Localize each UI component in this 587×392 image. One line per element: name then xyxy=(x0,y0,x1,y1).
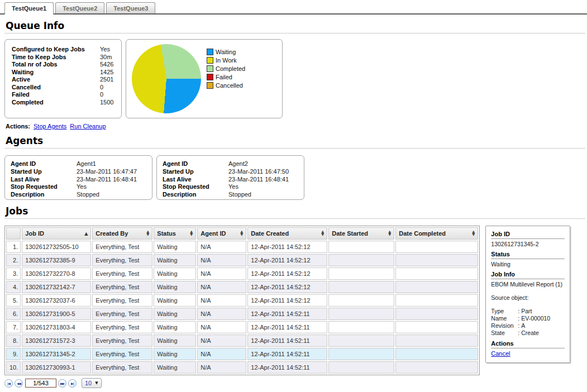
cell-date-completed xyxy=(395,294,478,307)
page-input[interactable] xyxy=(25,379,56,388)
cell-status: Waiting xyxy=(154,334,196,347)
table-row[interactable]: 10.1302612730993-1Everything, TestWaitin… xyxy=(6,361,478,374)
first-page-button[interactable]: |◀ xyxy=(4,379,13,388)
last-page-button[interactable]: ▶| xyxy=(68,379,77,388)
cell-status: Waiting xyxy=(154,241,196,253)
stat-label: Completed xyxy=(12,99,100,107)
run-cleanup-link[interactable]: Run Cleanup xyxy=(70,123,106,130)
legend-label: In Work xyxy=(216,57,237,64)
legend-swatch-icon xyxy=(207,49,213,55)
queue-stats-box: Configured to Keep JobsYesTime to Keep J… xyxy=(4,39,122,118)
agent-row: DescriptionStopped xyxy=(11,191,146,199)
table-row[interactable]: 5.1302612732037-6Everything, TestWaiting… xyxy=(6,294,478,307)
cell-agent-id: N/A xyxy=(197,334,246,347)
agent-card: Agent IDAgent1Started Up23-Mar-2011 16:4… xyxy=(4,155,152,200)
queue-stats: Configured to Keep JobsYesTime to Keep J… xyxy=(12,46,117,106)
cell-job-id: 1302612732037-6 xyxy=(22,294,91,307)
page-size-select[interactable]: 10 ▼ xyxy=(82,378,102,388)
cell-date-created: 12-Apr-2011 14:52:12 xyxy=(247,241,327,253)
cancel-job-link[interactable]: Cancel xyxy=(491,350,510,357)
queue-info-heading: Queue Info xyxy=(6,20,587,31)
column-header-date-completed[interactable]: Date Completed▲▼ xyxy=(395,227,478,240)
cell-status: Waiting xyxy=(154,308,196,320)
cell-row-number: 4. xyxy=(6,281,21,293)
property-value: EV-000010 xyxy=(521,315,550,322)
stat-value: 1500 xyxy=(100,99,113,107)
cell-row-number: 9. xyxy=(6,348,21,360)
table-row[interactable]: 1.1302612732505-10Everything, TestWaitin… xyxy=(6,241,478,253)
cell-job-id: 1302612731803-4 xyxy=(22,321,91,333)
cell-created-by: Everything, Test xyxy=(92,254,152,266)
column-header-job-id[interactable]: Job ID▲ xyxy=(22,227,91,240)
divider xyxy=(4,148,585,149)
stat-label: Total nr of Jobs xyxy=(12,61,100,69)
sort-down-icon: ▼ xyxy=(388,233,391,237)
table-row[interactable]: 3.1302612732270-8Everything, TestWaiting… xyxy=(6,267,478,280)
agent-row: Started Up23-Mar-2011 16:47:47 xyxy=(11,168,146,176)
column-header-date-started[interactable]: Date Started▲▼ xyxy=(328,227,394,240)
property-label: Revision xyxy=(491,322,518,329)
table-row[interactable]: 4.1302612732142-7Everything, TestWaiting… xyxy=(6,281,478,293)
column-header-status[interactable]: Status▲▼ xyxy=(154,227,196,240)
tab-testqueue1[interactable]: TestQueue1 xyxy=(4,2,54,15)
cell-created-by: Everything, Test xyxy=(92,241,152,253)
stat-value: Yes xyxy=(100,46,110,54)
queue-actions-links: Stop AgentsRun Cleanup xyxy=(30,123,106,130)
column-header-agent-id[interactable]: Agent ID▲▼ xyxy=(197,227,246,240)
divider xyxy=(491,238,565,239)
cell-date-created: 12-Apr-2011 14:52:11 xyxy=(247,321,327,333)
pie-legend: WaitingIn WorkCompletedFailedCancelled xyxy=(207,47,245,89)
spacer xyxy=(491,289,565,294)
cell-job-id: 1302612731572-3 xyxy=(22,334,91,347)
cell-agent-id: N/A xyxy=(197,281,246,293)
column-header-date-created[interactable]: Date Created▲▼ xyxy=(247,227,327,240)
cell-date-completed xyxy=(395,348,478,360)
stat-value: 0 xyxy=(100,84,103,92)
agent-field-value: Stopped xyxy=(228,191,251,199)
column-label: Created By xyxy=(96,230,128,237)
stop-agents-link[interactable]: Stop Agents xyxy=(34,123,66,130)
column-header-created-by[interactable]: Created By▲▼ xyxy=(92,227,152,240)
next-page-button[interactable]: ▶▶ xyxy=(58,379,66,388)
legend-item: Waiting xyxy=(207,47,245,56)
queue-info-row: Configured to Keep JobsYesTime to Keep J… xyxy=(4,39,587,118)
table-row[interactable]: 2.1302612732385-9Everything, TestWaiting… xyxy=(6,254,478,266)
property-value: A xyxy=(521,322,525,329)
tab-testqueue3[interactable]: TestQueue3 xyxy=(106,2,155,13)
jobs-header-row: Job ID▲Created By▲▼Status▲▼Agent ID▲▼Dat… xyxy=(6,227,478,240)
legend-swatch-icon xyxy=(207,74,213,80)
column-label: Agent ID xyxy=(201,230,226,237)
sort-ascending-icon[interactable]: ▲ xyxy=(84,231,88,236)
sort-toggle-icon[interactable]: ▲▼ xyxy=(190,231,193,237)
table-row[interactable]: 7.1302612731803-4Everything, TestWaiting… xyxy=(6,321,478,333)
stat-row: Cancelled0 xyxy=(12,84,117,92)
stat-value: 1425 xyxy=(100,69,113,77)
agent-field-label: Started Up xyxy=(11,168,77,176)
cell-job-id: 1302612732270-8 xyxy=(22,267,91,280)
agent-row: Stop RequestedYes xyxy=(11,183,146,191)
jobs-heading: Jobs xyxy=(6,205,587,217)
sort-toggle-icon[interactable]: ▲▼ xyxy=(146,231,149,237)
cell-row-number: 6. xyxy=(6,308,21,320)
agents-section: Agents Agent IDAgent1Started Up23-Mar-20… xyxy=(0,135,587,200)
property-value: Part xyxy=(521,308,532,315)
cell-date-completed xyxy=(395,241,478,253)
legend-item: Completed xyxy=(207,64,245,73)
prev-page-button[interactable]: ◀◀ xyxy=(15,379,23,388)
agent-row: Stop RequestedYes xyxy=(163,183,298,191)
column-label: Job ID xyxy=(25,230,44,237)
stat-label: Active xyxy=(12,76,100,84)
tab-testqueue2[interactable]: TestQueue2 xyxy=(55,2,104,13)
agent-field-label: Started Up xyxy=(163,168,228,176)
cell-date-completed xyxy=(395,267,478,280)
table-row[interactable]: 9.1302612731345-2Everything, TestWaiting… xyxy=(6,348,478,360)
sort-toggle-icon[interactable]: ▲▼ xyxy=(240,231,243,237)
cell-created-by: Everything, Test xyxy=(92,267,152,280)
sort-toggle-icon[interactable]: ▲▼ xyxy=(321,231,324,237)
table-row[interactable]: 6.1302612731900-5Everything, TestWaiting… xyxy=(6,308,478,320)
cell-row-number: 5. xyxy=(6,294,21,307)
divider xyxy=(491,259,565,259)
sort-toggle-icon[interactable]: ▲▼ xyxy=(472,231,475,237)
sort-toggle-icon[interactable]: ▲▼ xyxy=(388,231,391,237)
table-row[interactable]: 8.1302612731572-3Everything, TestWaiting… xyxy=(6,334,478,347)
